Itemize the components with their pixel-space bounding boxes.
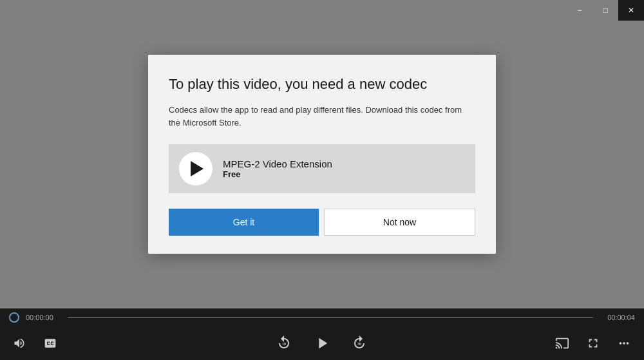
dialog-buttons: Get it Not now — [169, 209, 475, 236]
play-icon — [313, 334, 331, 352]
close-button[interactable]: ✕ — [618, 0, 644, 21]
controls-left — [10, 334, 100, 352]
play-icon — [191, 161, 204, 176]
controls-bar: 00:00:00 00:00:04 — [0, 308, 644, 360]
dialog-title: To play this video, you need a new codec — [169, 75, 475, 94]
volume-icon — [13, 337, 26, 350]
codec-icon-container — [179, 152, 213, 185]
skip-back-button[interactable]: 10 — [273, 332, 295, 354]
fullscreen-button[interactable] — [583, 334, 603, 353]
time-total: 00:00:04 — [600, 314, 635, 321]
cast-button[interactable] — [553, 334, 572, 353]
more-options-button[interactable] — [614, 334, 634, 353]
progress-thumb[interactable] — [9, 312, 19, 323]
skip-forward-icon: 30 — [352, 335, 368, 352]
skip-forward-button[interactable]: 30 — [349, 332, 371, 354]
volume-button[interactable] — [10, 334, 28, 352]
captions-button[interactable] — [41, 334, 59, 352]
cast-icon — [555, 336, 569, 350]
codec-info: MPEG-2 Video Extension Free — [223, 158, 332, 179]
codec-dialog: To play this video, you need a new codec… — [148, 55, 496, 254]
svg-text:30: 30 — [357, 342, 361, 346]
main-area: To play this video, you need a new codec… — [0, 0, 644, 308]
skip-back-icon: 10 — [276, 335, 292, 352]
captions-icon — [44, 337, 57, 350]
time-current: 00:00:00 — [26, 314, 61, 321]
maximize-button[interactable]: □ — [592, 0, 618, 21]
codec-item: MPEG-2 Video Extension Free — [169, 144, 475, 193]
progress-track[interactable] — [68, 317, 593, 318]
play-button[interactable] — [310, 332, 334, 355]
controls-center: 10 30 — [100, 332, 544, 355]
svg-text:10: 10 — [282, 342, 286, 346]
not-now-button[interactable]: Not now — [324, 209, 475, 236]
minimize-button[interactable]: − — [567, 0, 592, 21]
dialog-description: Codecs allow the app to read and play di… — [169, 104, 475, 129]
fullscreen-icon — [586, 336, 600, 350]
more-options-icon — [617, 336, 631, 350]
controls-row: 10 30 — [0, 327, 644, 360]
controls-right — [544, 334, 634, 353]
get-it-button[interactable]: Get it — [169, 209, 319, 236]
codec-price: Free — [223, 169, 332, 179]
progress-area: 00:00:00 00:00:04 — [0, 308, 644, 327]
title-bar: − □ ✕ — [567, 0, 644, 21]
codec-name: MPEG-2 Video Extension — [223, 158, 332, 169]
